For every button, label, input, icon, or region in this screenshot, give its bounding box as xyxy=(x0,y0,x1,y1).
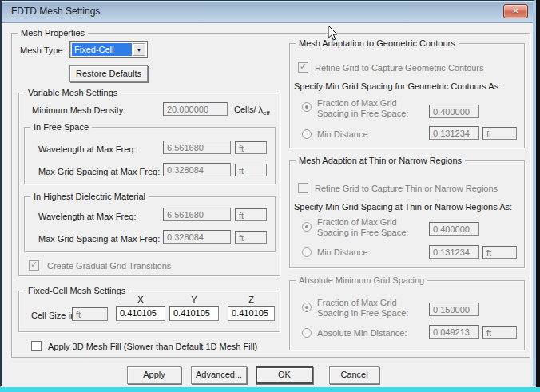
tr-min-distance-radio xyxy=(302,247,312,257)
gc-min-distance-label: Min Distance: xyxy=(317,129,371,140)
gc-specify-label: Specify Min Grid Spacing for Geometric C… xyxy=(294,81,501,92)
am-min-distance-field: 0.049213 xyxy=(429,325,479,339)
refine-thin-regions-checkbox xyxy=(298,183,308,193)
gradual-transitions-checkbox: ✓ xyxy=(29,260,39,271)
mesh-properties-legend: Mesh Properties xyxy=(18,28,88,38)
minimum-mesh-density-field: 20.000000 xyxy=(163,102,228,116)
restore-defaults-button[interactable]: Restore Defaults xyxy=(69,65,148,82)
variable-mesh-settings-legend: Variable Mesh Settings xyxy=(25,88,121,97)
check-icon: ✓ xyxy=(300,61,307,72)
gradual-transitions-label: Create Gradual Grid Transitions xyxy=(47,261,171,271)
tr-min-distance-unit-field: ft xyxy=(482,246,517,259)
advanced-button[interactable]: Advanced... xyxy=(191,366,247,384)
close-button[interactable]: ✕ xyxy=(503,4,528,18)
fs-wavelength-label: Wavelength at Max Freq: xyxy=(38,145,136,155)
window-title: FDTD Mesh Settings xyxy=(11,1,100,22)
fixed-cell-legend: Fixed-Cell Mesh Settings xyxy=(25,286,129,295)
fs-max-grid-unit-field: ft xyxy=(235,164,267,176)
gc-min-distance-radio xyxy=(302,129,312,139)
dm-max-grid-unit-field: ft xyxy=(235,231,267,244)
gc-fraction-label: Fraction of Max GridSpacing in Free Spac… xyxy=(317,98,423,119)
mesh-type-dropdown-button[interactable]: ▼ xyxy=(133,43,145,56)
desktop-background-strip xyxy=(0,387,540,392)
tr-specify-label: Specify Min Grid Spacing at Thin or Narr… xyxy=(294,202,512,212)
tr-fraction-label: Fraction of Max GridSpacing in Free Spac… xyxy=(317,217,423,238)
minimum-mesh-density-label: Minimum Mesh Density: xyxy=(32,105,125,116)
close-icon: ✕ xyxy=(512,6,518,15)
apply-button[interactable]: Apply xyxy=(127,366,181,384)
check-icon: ✓ xyxy=(30,259,38,270)
cells-per-lambda-unit: Cells/ λeff xyxy=(234,105,270,118)
gc-fraction-field: 0.400000 xyxy=(429,105,479,118)
cell-size-y-field[interactable]: 0.410105 xyxy=(169,306,219,321)
tr-min-distance-label: Min Distance: xyxy=(317,247,371,258)
column-header-x: X xyxy=(116,295,165,304)
dm-max-grid-field: 0.328084 xyxy=(163,230,231,244)
refine-geometric-label: Refine Grid to Capture Geometric Contour… xyxy=(315,63,484,73)
mesh-type-combobox[interactable]: Fixed-Cell ▼ xyxy=(69,41,148,58)
gc-min-distance-unit-field: ft xyxy=(482,127,517,140)
am-min-distance-label: Absolute Min Distance: xyxy=(317,328,407,339)
fdtd-mesh-settings-dialog: FDTD Mesh Settings ✕ Mesh Properties Mes… xyxy=(0,0,536,387)
cell-size-label: Cell Size in xyxy=(31,311,75,321)
tr-fraction-radio xyxy=(302,222,312,232)
cell-size-x-field[interactable]: 0.410105 xyxy=(116,306,165,321)
mesh-type-selected-value: Fixed-Cell xyxy=(72,43,132,56)
geometric-contours-legend: Mesh Adaptation to Geometric Contours xyxy=(296,38,459,48)
am-min-distance-radio xyxy=(302,328,312,338)
am-min-distance-unit-field: ft xyxy=(482,326,517,339)
ok-button[interactable]: OK xyxy=(256,366,313,384)
apply-3d-mesh-fill-checkbox[interactable] xyxy=(31,341,42,351)
fs-max-grid-field: 0.328084 xyxy=(163,163,231,176)
refine-geometric-checkbox: ✓ xyxy=(298,62,308,73)
cell-size-z-field[interactable]: 0.410105 xyxy=(228,306,275,321)
dielectric-legend: In Highest Dielectric Material xyxy=(30,192,149,201)
apply-3d-mesh-fill-label: Apply 3D Mesh Fill (Slower than Default … xyxy=(48,342,257,352)
column-header-y: Y xyxy=(169,295,219,304)
refine-thin-regions-label: Refine Grid to Capture Thin or Narrow Re… xyxy=(315,184,498,194)
cancel-button[interactable]: Cancel xyxy=(329,366,379,384)
in-free-space-legend: In Free Space xyxy=(30,122,92,132)
am-fraction-radio xyxy=(302,303,312,312)
absolute-min-legend: Absolute Minimum Grid Spacing xyxy=(296,275,427,285)
cell-size-unit-field: ft xyxy=(72,307,108,321)
titlebar[interactable]: FDTD Mesh Settings ✕ xyxy=(2,1,533,23)
am-fraction-label: Fraction of Max GridSpacing in Free Spac… xyxy=(317,298,423,319)
gc-fraction-radio xyxy=(302,102,312,112)
fs-wavelength-field: 6.561680 xyxy=(163,141,231,154)
dm-wavelength-field: 6.561680 xyxy=(163,208,231,221)
tr-fraction-field: 0.400000 xyxy=(429,222,479,236)
tr-min-distance-field: 0.131234 xyxy=(429,245,479,259)
gc-min-distance-field: 0.131234 xyxy=(429,126,479,140)
column-header-z: Z xyxy=(228,295,275,304)
fs-max-grid-label: Max Grid Spacing at Max Freq: xyxy=(38,167,160,177)
am-fraction-field: 0.150000 xyxy=(429,303,479,316)
thin-regions-legend: Mesh Adaption at Thin or Narrow Regions xyxy=(296,156,465,165)
mesh-type-label: Mesh Type: xyxy=(20,46,66,56)
dm-max-grid-label: Max Grid Spacing at Max Freq: xyxy=(38,234,160,244)
dm-wavelength-unit-field: ft xyxy=(235,208,267,221)
dm-wavelength-label: Wavelength at Max Freq: xyxy=(38,212,136,222)
mouse-cursor xyxy=(328,25,339,42)
chevron-down-icon: ▼ xyxy=(137,47,142,53)
fs-wavelength-unit-field: ft xyxy=(235,141,267,154)
